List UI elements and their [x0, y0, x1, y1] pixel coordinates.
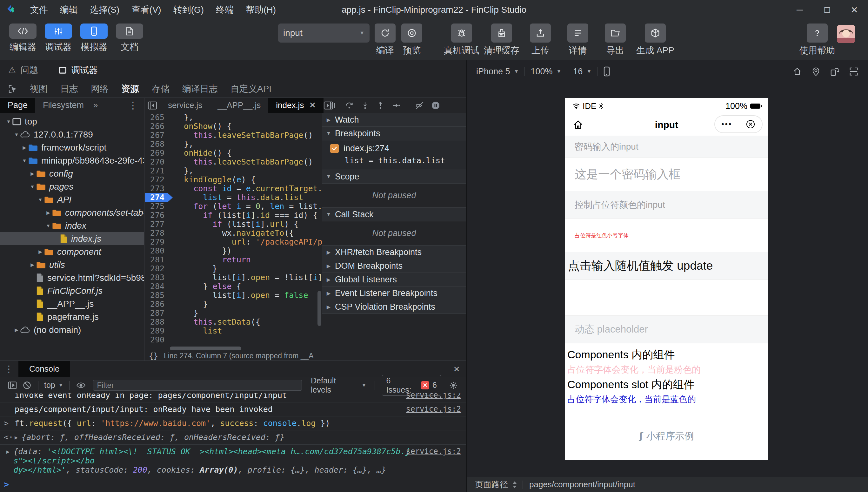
step-out-icon[interactable] — [376, 101, 384, 109]
subtab-view[interactable]: 视图 — [30, 83, 48, 95]
tree-arrow-icon[interactable]: ▼ — [45, 223, 52, 228]
close-console-icon[interactable]: × — [453, 363, 460, 375]
zoom-selector[interactable]: 100% ▼ — [531, 67, 561, 77]
source-link[interactable]: service.js:2 — [399, 447, 461, 456]
tree-arrow-icon[interactable]: ▼ — [5, 119, 12, 124]
menu-item[interactable]: 查看(V) — [125, 4, 167, 16]
line-number[interactable]: 270 — [145, 157, 169, 167]
tree-item[interactable]: ▼miniapp/5b98643e-29fe-4374- — [0, 154, 144, 167]
rotate-device-icon[interactable] — [830, 67, 839, 76]
tree-arrow-icon[interactable]: ▶ — [45, 210, 52, 216]
upload-button[interactable]: 上传 — [524, 24, 557, 56]
subtab-log[interactable]: 日志 — [60, 83, 78, 95]
debug-section-header[interactable]: ▶DOM Breakpoints — [322, 259, 466, 273]
clear-console-icon[interactable] — [23, 381, 31, 390]
line-number[interactable]: 279 — [145, 238, 169, 246]
breakpoint-checkbox[interactable] — [330, 144, 339, 153]
tree-arrow-icon[interactable]: ▼ — [36, 197, 44, 202]
debug-section-header[interactable]: ▼Breakpoints — [322, 127, 466, 140]
source-link[interactable]: service.js:2 — [399, 405, 461, 414]
menu-item[interactable]: 帮助(H) — [240, 4, 282, 16]
export-button[interactable]: 导出 — [599, 24, 632, 56]
line-number[interactable]: 266 — [145, 122, 169, 131]
tab-debugger[interactable]: 调试器 — [58, 64, 98, 76]
page-select[interactable]: input ▼ — [278, 24, 369, 43]
tree-item[interactable]: pageframe.js — [0, 310, 144, 323]
tree-arrow-icon[interactable]: ▶ — [36, 249, 44, 255]
details-button[interactable]: 详情 — [561, 24, 594, 56]
menu-item[interactable]: 文件 — [24, 4, 54, 16]
miniprogram-footer[interactable]: ʃ小程序示例 — [565, 430, 768, 443]
kebab-menu-icon[interactable]: ⋮ — [128, 100, 138, 111]
step-icon[interactable] — [391, 101, 401, 109]
tree-item[interactable]: ▶utils — [0, 258, 144, 271]
step-over-icon[interactable] — [344, 101, 354, 109]
collapse-left-icon[interactable] — [148, 101, 157, 110]
line-number[interactable]: 268 — [145, 140, 169, 149]
line-number[interactable]: 280 — [145, 246, 169, 255]
blue-placeholder-input[interactable]: 占位符字体会变化，当前是蓝色的 — [567, 392, 768, 407]
generate-app-button[interactable]: 生成 APP — [636, 24, 674, 56]
tab-console[interactable]: Console — [19, 361, 70, 377]
breakpoint-badge[interactable]: 274 — [145, 193, 173, 202]
clear-cache-button[interactable]: 清理缓存 — [484, 24, 519, 56]
subtab-custom-api[interactable]: 自定义API — [230, 83, 272, 95]
editor-tab-active[interactable]: index.js ✕ — [268, 98, 324, 113]
inspect-cursor-icon[interactable] — [8, 84, 17, 94]
braces-icon[interactable]: {} — [149, 352, 158, 361]
tree-item[interactable]: ▼pages — [0, 180, 144, 193]
scan-icon[interactable] — [849, 67, 859, 76]
tree-item[interactable]: ▼index — [0, 219, 144, 232]
subtab-storage[interactable]: 存储 — [152, 83, 170, 95]
breakpoint-entry[interactable]: index.js:274list = this.data.list — [322, 140, 466, 170]
tree-arrow-icon[interactable]: ▼ — [21, 158, 28, 163]
input-field[interactable]: 动态 placeholder — [565, 316, 768, 343]
sort-arrows-icon[interactable] — [512, 481, 517, 489]
input-field[interactable]: 点击输入随机值触发 update — [565, 252, 768, 280]
editor-tab[interactable]: service.js — [160, 100, 210, 110]
subtab-network[interactable]: 网络 — [91, 83, 108, 95]
source-link[interactable]: service.js:2 — [399, 393, 461, 399]
debugger-view-button[interactable]: 调试器 — [45, 24, 72, 53]
editor-view-button[interactable]: 编辑器 — [9, 24, 37, 53]
tab-filesystem[interactable]: Filesystem — [35, 98, 92, 113]
kebab-menu-icon[interactable]: ⋮ — [4, 364, 13, 374]
editor-tab[interactable]: __APP__.js — [210, 100, 268, 110]
filter-input[interactable] — [93, 380, 302, 391]
font-size-selector[interactable]: 16 ▼ — [573, 67, 591, 77]
tree-arrow-icon[interactable]: ▼ — [13, 132, 20, 137]
tree-arrow-icon[interactable]: ▼ — [29, 184, 36, 189]
debug-section-header[interactable]: ▶Event Listener Breakpoints — [322, 287, 466, 300]
line-number[interactable]: 283 — [145, 273, 169, 282]
editor-vertical-scrollbar[interactable] — [317, 291, 321, 326]
compile-button[interactable]: 编译 — [374, 24, 396, 56]
subtab-compile-log[interactable]: 编译日志 — [182, 83, 218, 95]
input-field[interactable]: 这是一个密码输入框 — [565, 158, 768, 191]
tree-item[interactable]: ▼API — [0, 193, 144, 206]
debug-section-header[interactable]: ▼Scope — [322, 170, 466, 183]
help-button[interactable]: 使用帮助 — [799, 24, 835, 56]
input-field[interactable]: 密码输入的input — [565, 136, 768, 158]
more-tabs-icon[interactable]: » — [93, 100, 98, 110]
preview-button[interactable]: 预览 — [401, 24, 423, 56]
tree-item[interactable]: ▶components/set-tab-bar — [0, 206, 144, 219]
device-selector[interactable]: iPhone 5 ▼ — [476, 67, 519, 77]
line-number[interactable]: 274 — [145, 193, 169, 202]
line-number[interactable]: 265 — [145, 113, 169, 122]
home-icon[interactable] — [792, 67, 802, 76]
device-frame-icon[interactable] — [603, 66, 610, 77]
line-number[interactable]: 269 — [145, 149, 169, 157]
console-sidebar-icon[interactable] — [8, 381, 17, 389]
line-number[interactable]: 272 — [145, 175, 169, 184]
log-levels-selector[interactable]: Default levels ▼ — [311, 376, 366, 394]
input-field[interactable]: 占位符是红色小号字体 — [565, 219, 768, 252]
close-circle-icon[interactable] — [745, 119, 756, 129]
line-number[interactable]: 287 — [145, 309, 169, 318]
maximize-button[interactable]: □ — [813, 0, 841, 20]
simulator-view-button[interactable]: 模拟器 — [80, 24, 108, 53]
expand-arrow-icon[interactable]: ▶ — [15, 433, 18, 442]
page-path-value[interactable]: pages/component/input/input — [529, 479, 635, 489]
tree-item[interactable]: ▶(no domain) — [0, 323, 144, 336]
user-avatar[interactable] — [837, 25, 855, 43]
line-number[interactable]: 290 — [145, 336, 169, 344]
